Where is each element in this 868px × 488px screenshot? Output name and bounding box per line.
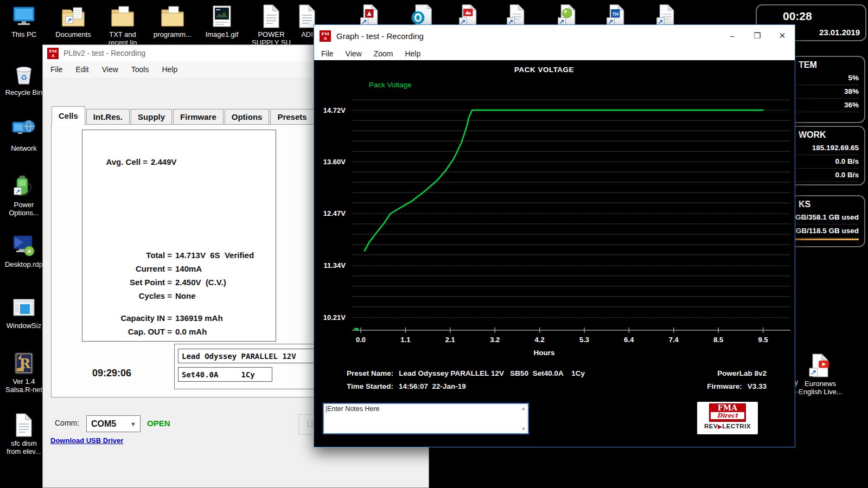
- desktop-icon-shortcut-green-orb[interactable]: ↗: [556, 3, 580, 27]
- desktop-icon-shortcut-document[interactable]: ↗: [505, 3, 529, 27]
- tab-presets[interactable]: Presets: [270, 109, 314, 125]
- firmware-label: Firmware:: [707, 382, 742, 390]
- salsa-r-net-label: Ver 1.4Salsa.R-net: [2, 377, 46, 394]
- svg-text:11.34V: 11.34V: [324, 261, 346, 269]
- desktop-icon-shortcut-red-app-2[interactable]: ↗: [457, 3, 482, 27]
- graph-window-title: Graph - test - Recording: [336, 31, 720, 41]
- tab-cells[interactable]: Cells: [52, 106, 85, 125]
- pl8v2-window-title: PL8v2 - test - Recording: [63, 49, 145, 57]
- time-started-label: Time Started:: [347, 382, 393, 390]
- pl8-menu-help[interactable]: Help: [155, 65, 184, 74]
- shortcut-document-icon: ↗: [505, 3, 529, 27]
- desktop-icon-power-options[interactable]: ↗PowerOptions...: [2, 174, 46, 217]
- svg-text:7.4: 7.4: [669, 336, 679, 344]
- documents-icon: ↗: [60, 3, 86, 29]
- pl8-menu-tools[interactable]: Tools: [125, 65, 156, 74]
- svg-text:8.5: 8.5: [713, 336, 723, 344]
- tab-firmware[interactable]: Firmware: [173, 109, 224, 125]
- minimize-button[interactable]: –: [720, 25, 745, 47]
- svg-text:14.72V: 14.72V: [323, 106, 346, 114]
- clock-date: 23.01.2019: [819, 28, 860, 37]
- desktop-icon-txt-and[interactable]: TXT andrecent lin: [101, 3, 144, 47]
- firmware-value: V3.33: [748, 382, 767, 390]
- desktop-icon-sfc-dism[interactable]: sfc dismfrom elev...: [2, 412, 46, 455]
- graph-menubar: FileViewZoomHelp: [314, 47, 795, 60]
- preset-name-label: Preset Name:: [347, 369, 393, 377]
- scroll-up-icon[interactable]: ▲: [520, 406, 527, 411]
- svg-text:TH: TH: [612, 11, 618, 17]
- svg-text:Hours: Hours: [533, 349, 554, 357]
- avg-cell-value: 2.449V: [151, 155, 177, 169]
- svg-text:12.47V: 12.47V: [323, 209, 346, 217]
- preset-name-box[interactable]: Lead Odyssey PARALLEL 12V: [178, 349, 332, 363]
- desktop-icon-windowsiz[interactable]: WindowSiz: [2, 294, 46, 330]
- graph-menu-view[interactable]: View: [340, 49, 368, 58]
- close-button[interactable]: ✕: [770, 25, 795, 47]
- tab-supply[interactable]: Supply: [131, 109, 172, 125]
- desktop-icon-documents[interactable]: ↗Documents: [52, 3, 95, 38]
- desktop-icon-image1-gif[interactable]: Image1.gif: [200, 3, 244, 38]
- comm-port-select[interactable]: COM5 ▼: [86, 415, 141, 432]
- desktop-icon-desktop-rdp[interactable]: ✕Desktop.rdp: [2, 233, 46, 268]
- recycle-bin-icon: ♻: [11, 61, 37, 87]
- programm-icon: [159, 3, 186, 29]
- scroll-down-icon[interactable]: ▼: [520, 426, 527, 432]
- euronews-icon: ↗: [807, 352, 833, 378]
- rev-text: REV: [704, 423, 718, 429]
- desktop-icon-salsa-r-net[interactable]: RVer 1.4Salsa.R-net: [2, 350, 46, 394]
- desktop-icon-programm[interactable]: programm...: [151, 3, 194, 38]
- svg-text:PACK VOLTAGE: PACK VOLTAGE: [514, 66, 574, 74]
- comm-port-value: COM5: [87, 419, 130, 429]
- desktop-icon-shortcut-red-app[interactable]: ↗: [358, 3, 383, 27]
- desktop-icon-shortcut-document-2[interactable]: ↗: [654, 3, 679, 27]
- desktop-icon-recycle-bin[interactable]: ♻Recycle Bin: [2, 61, 46, 97]
- charge-stats: Total =14.713V 6S VerifiedCurrent =140mA…: [82, 248, 276, 303]
- fma-logo-text: FMA: [718, 403, 737, 412]
- stat-label: Current =: [82, 262, 172, 275]
- desktop-icon-this-pc[interactable]: This PC: [2, 3, 46, 38]
- desktop-icon-shortcut-outlook[interactable]: [409, 3, 434, 27]
- stat-row: Capacity IN =136919 mAh: [82, 311, 276, 325]
- salsa-r-net-icon: R: [11, 350, 37, 376]
- chart-region: 14.72V13.60V12.47V11.34V10.21V0.01.12.13…: [314, 60, 795, 447]
- svg-text:♻: ♻: [21, 73, 28, 82]
- pl8-menu-edit[interactable]: Edit: [69, 65, 95, 74]
- preset-detail-box[interactable]: Set40.0A 1Cy: [178, 367, 272, 382]
- comm-label: Comm:: [55, 419, 79, 427]
- sfc-dism-label: sfc dismfrom elev...: [2, 439, 46, 455]
- shortcut-red-app-2-icon: ↗: [457, 3, 481, 27]
- shortcut-outlook-icon: [410, 3, 433, 27]
- network-label: Network: [2, 144, 46, 152]
- pl8-menu-view[interactable]: View: [95, 65, 125, 74]
- graph-menu-help[interactable]: Help: [399, 49, 426, 58]
- notes-input[interactable]: Enter Notes Here ▲ ▼: [323, 403, 529, 434]
- desktop-icon-network[interactable]: Network: [2, 117, 46, 152]
- svg-text:↗: ↗: [15, 188, 20, 195]
- stat-label: Capacity IN =: [82, 311, 172, 325]
- stat-label: Total =: [82, 248, 172, 262]
- stat-value: 2.450V (C.V.): [175, 275, 226, 289]
- graph-titlebar[interactable]: FMA Graph - test - Recording – ❒ ✕: [314, 25, 795, 47]
- power-options-label: PowerOptions...: [2, 201, 46, 217]
- sfc-dism-icon: [11, 412, 37, 438]
- graph-menu-zoom[interactable]: Zoom: [368, 49, 399, 58]
- desktop: This PC↗DocumentsTXT andrecent linprogra…: [0, 0, 868, 488]
- svg-text:3.2: 3.2: [490, 336, 500, 344]
- tab-options[interactable]: Options: [225, 109, 270, 125]
- svg-text:✕: ✕: [27, 248, 31, 254]
- revolectrix-logo: FMA Direct REV▶LECTRIX: [697, 402, 758, 434]
- pl8-menu-file[interactable]: File: [44, 65, 69, 74]
- time-started-value: 14:56:07 22-Jan-19: [399, 382, 466, 390]
- recycle-bin-label: Recycle Bin: [2, 88, 46, 97]
- graph-menu-file[interactable]: File: [315, 49, 340, 58]
- image1-gif-label: Image1.gif: [200, 30, 244, 38]
- svg-text:↗: ↗: [67, 17, 72, 23]
- download-usb-driver-link[interactable]: Download USB Driver: [50, 436, 123, 445]
- comm-status: OPEN: [147, 419, 170, 428]
- graph-window[interactable]: FMA Graph - test - Recording – ❒ ✕ FileV…: [314, 24, 795, 447]
- fma-app-icon: FMA: [47, 48, 59, 59]
- desktop-icon-shortcut-th-app[interactable]: TH↗: [604, 3, 629, 27]
- this-pc-icon: [11, 3, 37, 29]
- tab-int-res-[interactable]: Int.Res.: [86, 109, 130, 125]
- maximize-button[interactable]: ❒: [745, 25, 770, 47]
